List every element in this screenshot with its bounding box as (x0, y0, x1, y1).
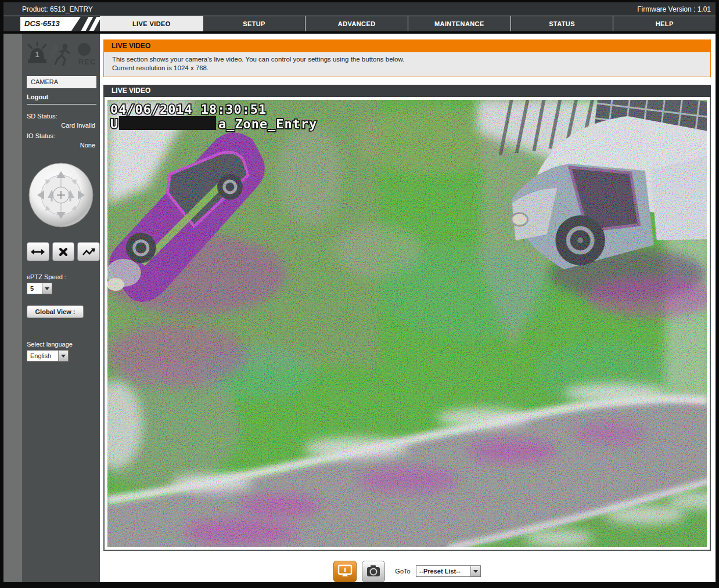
description-line2: Current resolution is 1024 x 768. (112, 64, 702, 73)
snapshot-button[interactable] (362, 561, 385, 582)
osd-camera-name-suffix: a_Zone_Entry (218, 117, 317, 131)
chevron-down-icon (473, 570, 478, 575)
sd-status-label: SD Status: (27, 112, 96, 120)
rec-icon: REC (73, 41, 98, 67)
io-status-label: IO Status: (27, 132, 96, 140)
chevron-down-icon (45, 287, 49, 293)
dropdown-button[interactable] (42, 283, 52, 294)
eptz-speed-value: 5 (27, 283, 42, 294)
tab-advanced[interactable]: ADVANCED (305, 16, 408, 31)
svg-text:REC: REC (78, 57, 96, 66)
logout-link[interactable]: Logout (27, 93, 100, 100)
preset-list-select[interactable]: --Preset List-- (416, 565, 481, 577)
tab-help[interactable]: HELP (613, 16, 716, 31)
dropdown-button[interactable] (470, 566, 480, 576)
tab-status[interactable]: STATUS (511, 16, 613, 31)
left-margin-strip (3, 34, 22, 582)
pan-icon (31, 247, 45, 257)
stop-x-icon (59, 247, 68, 257)
panel-header: LIVE VIDEO (103, 85, 711, 97)
svg-text:1: 1 (35, 50, 39, 59)
goto-label: GoTo (395, 568, 410, 575)
camera-icon (366, 565, 381, 578)
body: 1 (3, 34, 716, 582)
preset-list-value: --Preset List-- (416, 566, 470, 576)
section-header: LIVE VIDEO (103, 39, 711, 52)
sidebar-item-camera[interactable]: CAMERA (27, 76, 96, 88)
monitor-icon (337, 564, 353, 578)
brand-logo: DCS-6513 (20, 17, 81, 31)
io-status-value: None (27, 141, 96, 149)
language-value: English (27, 351, 58, 361)
global-view-button[interactable]: Global View : (27, 305, 84, 318)
osd-redaction-box (119, 116, 216, 130)
video-noise (107, 100, 707, 547)
product-label: Product: 6513_ENTRY (3, 5, 93, 13)
ptz-control-wheel[interactable] (28, 162, 94, 228)
auto-pan-button[interactable] (27, 242, 49, 261)
video-controls: GoTo --Preset List-- (103, 560, 711, 582)
patrol-icon (82, 247, 96, 257)
firmware-label: Firmware Version : 1.01 (637, 5, 716, 13)
alarm-icon: 1 (26, 41, 49, 67)
divider (27, 104, 96, 104)
title-bar: Product: 6513_ENTRY Firmware Version : 1… (3, 2, 716, 16)
language-label: Select language (27, 341, 100, 348)
motion-icon (49, 41, 73, 67)
chevron-down-icon (61, 355, 66, 360)
ptz-buttons (27, 242, 100, 261)
sd-status-value: Card Invalid (27, 121, 96, 129)
live-video-stream[interactable]: 04/06/2014 18:30:51 U a_Zone_Entry (107, 100, 707, 547)
dropdown-button[interactable] (58, 351, 68, 361)
tab-maintenance[interactable]: MAINTENANCE (408, 16, 511, 31)
tab-bar: DCS-6513 LIVE VIDEO SETUP ADVANCED MAINT… (3, 16, 716, 33)
main-content: LIVE VIDEO This section shows your camer… (100, 34, 716, 582)
osd-camera-name-prefix: U (110, 117, 118, 131)
page: Product: 6513_ENTRY Firmware Version : 1… (0, 0, 719, 588)
section-description: This section shows your camera's live vi… (103, 52, 711, 77)
eptz-speed-label: ePTZ Speed : (27, 273, 100, 280)
stop-button[interactable] (52, 242, 75, 261)
preset-sequence-button[interactable] (77, 242, 100, 261)
video-frame: 04/06/2014 18:30:51 U a_Zone_Entry (103, 97, 711, 551)
tab-setup[interactable]: SETUP (203, 16, 305, 31)
logo-zone: DCS-6513 (3, 16, 100, 31)
sidebar: 1 (22, 34, 100, 582)
tab-live-video[interactable]: LIVE VIDEO (100, 16, 203, 31)
status-icons: 1 (26, 41, 99, 67)
osd-timestamp: 04/06/2014 18:30:51 (110, 102, 267, 117)
status-block: SD Status: Card Invalid IO Status: None (27, 112, 96, 149)
tabs: LIVE VIDEO SETUP ADVANCED MAINTENANCE ST… (100, 16, 716, 31)
full-screen-button[interactable] (333, 561, 357, 582)
language-select[interactable]: English (27, 350, 69, 362)
eptz-speed-select[interactable]: 5 (27, 283, 52, 294)
description-line1: This section shows your camera's live vi… (112, 55, 702, 64)
